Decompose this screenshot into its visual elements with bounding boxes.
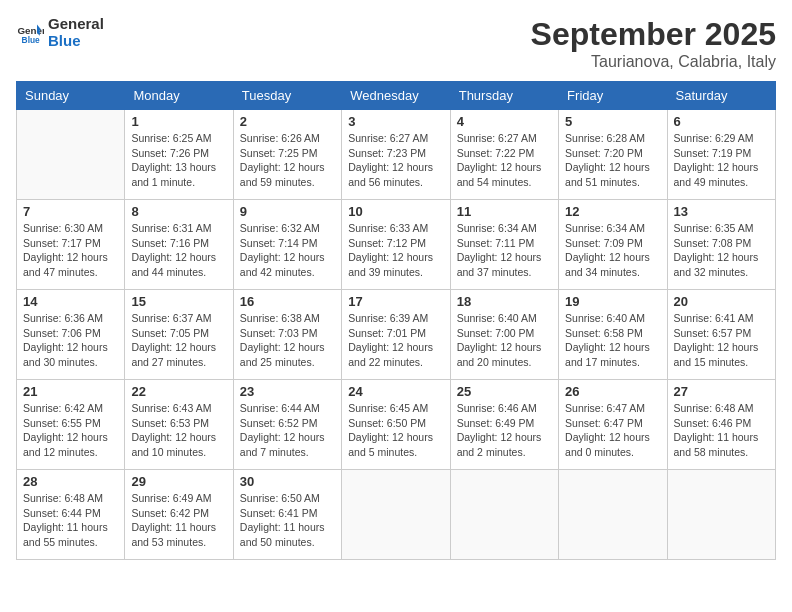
day-info: Sunrise: 6:43 AMSunset: 6:53 PMDaylight:… [131, 401, 226, 460]
day-info: Sunrise: 6:31 AMSunset: 7:16 PMDaylight:… [131, 221, 226, 280]
day-info: Sunrise: 6:36 AMSunset: 7:06 PMDaylight:… [23, 311, 118, 370]
calendar-week-3: 14Sunrise: 6:36 AMSunset: 7:06 PMDayligh… [17, 290, 776, 380]
month-title: September 2025 [531, 16, 776, 53]
day-number: 25 [457, 384, 552, 399]
day-number: 10 [348, 204, 443, 219]
day-info: Sunrise: 6:27 AMSunset: 7:23 PMDaylight:… [348, 131, 443, 190]
day-info: Sunrise: 6:26 AMSunset: 7:25 PMDaylight:… [240, 131, 335, 190]
day-number: 16 [240, 294, 335, 309]
day-number: 26 [565, 384, 660, 399]
calendar-week-4: 21Sunrise: 6:42 AMSunset: 6:55 PMDayligh… [17, 380, 776, 470]
calendar-cell: 13Sunrise: 6:35 AMSunset: 7:08 PMDayligh… [667, 200, 775, 290]
calendar-cell: 25Sunrise: 6:46 AMSunset: 6:49 PMDayligh… [450, 380, 558, 470]
calendar-cell [559, 470, 667, 560]
day-number: 11 [457, 204, 552, 219]
header: General Blue General Blue September 2025… [16, 16, 776, 71]
day-info: Sunrise: 6:48 AMSunset: 6:46 PMDaylight:… [674, 401, 769, 460]
day-info: Sunrise: 6:25 AMSunset: 7:26 PMDaylight:… [131, 131, 226, 190]
calendar-body: 1Sunrise: 6:25 AMSunset: 7:26 PMDaylight… [17, 110, 776, 560]
header-day-thursday: Thursday [450, 82, 558, 110]
calendar-cell: 6Sunrise: 6:29 AMSunset: 7:19 PMDaylight… [667, 110, 775, 200]
day-info: Sunrise: 6:40 AMSunset: 7:00 PMDaylight:… [457, 311, 552, 370]
calendar-cell: 26Sunrise: 6:47 AMSunset: 6:47 PMDayligh… [559, 380, 667, 470]
day-number: 5 [565, 114, 660, 129]
day-info: Sunrise: 6:33 AMSunset: 7:12 PMDaylight:… [348, 221, 443, 280]
day-number: 28 [23, 474, 118, 489]
day-number: 29 [131, 474, 226, 489]
day-number: 20 [674, 294, 769, 309]
day-info: Sunrise: 6:39 AMSunset: 7:01 PMDaylight:… [348, 311, 443, 370]
calendar-cell: 4Sunrise: 6:27 AMSunset: 7:22 PMDaylight… [450, 110, 558, 200]
day-info: Sunrise: 6:30 AMSunset: 7:17 PMDaylight:… [23, 221, 118, 280]
day-info: Sunrise: 6:35 AMSunset: 7:08 PMDaylight:… [674, 221, 769, 280]
calendar-cell [450, 470, 558, 560]
calendar-cell: 28Sunrise: 6:48 AMSunset: 6:44 PMDayligh… [17, 470, 125, 560]
calendar-cell: 5Sunrise: 6:28 AMSunset: 7:20 PMDaylight… [559, 110, 667, 200]
calendar-cell: 8Sunrise: 6:31 AMSunset: 7:16 PMDaylight… [125, 200, 233, 290]
day-number: 15 [131, 294, 226, 309]
logo-icon: General Blue [16, 19, 44, 47]
day-number: 4 [457, 114, 552, 129]
header-day-tuesday: Tuesday [233, 82, 341, 110]
calendar-cell: 15Sunrise: 6:37 AMSunset: 7:05 PMDayligh… [125, 290, 233, 380]
day-number: 17 [348, 294, 443, 309]
day-info: Sunrise: 6:40 AMSunset: 6:58 PMDaylight:… [565, 311, 660, 370]
day-number: 14 [23, 294, 118, 309]
location-subtitle: Taurianova, Calabria, Italy [531, 53, 776, 71]
day-number: 9 [240, 204, 335, 219]
day-info: Sunrise: 6:49 AMSunset: 6:42 PMDaylight:… [131, 491, 226, 550]
calendar-cell: 27Sunrise: 6:48 AMSunset: 6:46 PMDayligh… [667, 380, 775, 470]
day-number: 12 [565, 204, 660, 219]
day-number: 13 [674, 204, 769, 219]
day-info: Sunrise: 6:48 AMSunset: 6:44 PMDaylight:… [23, 491, 118, 550]
day-info: Sunrise: 6:29 AMSunset: 7:19 PMDaylight:… [674, 131, 769, 190]
day-info: Sunrise: 6:41 AMSunset: 6:57 PMDaylight:… [674, 311, 769, 370]
day-number: 1 [131, 114, 226, 129]
calendar-table: SundayMondayTuesdayWednesdayThursdayFrid… [16, 81, 776, 560]
logo-line2: Blue [48, 33, 104, 50]
calendar-header-row: SundayMondayTuesdayWednesdayThursdayFrid… [17, 82, 776, 110]
day-info: Sunrise: 6:34 AMSunset: 7:11 PMDaylight:… [457, 221, 552, 280]
header-day-friday: Friday [559, 82, 667, 110]
day-number: 6 [674, 114, 769, 129]
title-area: September 2025 Taurianova, Calabria, Ita… [531, 16, 776, 71]
calendar-week-2: 7Sunrise: 6:30 AMSunset: 7:17 PMDaylight… [17, 200, 776, 290]
header-day-saturday: Saturday [667, 82, 775, 110]
calendar-cell: 29Sunrise: 6:49 AMSunset: 6:42 PMDayligh… [125, 470, 233, 560]
day-info: Sunrise: 6:46 AMSunset: 6:49 PMDaylight:… [457, 401, 552, 460]
day-number: 30 [240, 474, 335, 489]
day-number: 19 [565, 294, 660, 309]
calendar-cell [667, 470, 775, 560]
calendar-cell: 10Sunrise: 6:33 AMSunset: 7:12 PMDayligh… [342, 200, 450, 290]
calendar-cell: 9Sunrise: 6:32 AMSunset: 7:14 PMDaylight… [233, 200, 341, 290]
day-info: Sunrise: 6:44 AMSunset: 6:52 PMDaylight:… [240, 401, 335, 460]
day-number: 8 [131, 204, 226, 219]
day-info: Sunrise: 6:28 AMSunset: 7:20 PMDaylight:… [565, 131, 660, 190]
day-info: Sunrise: 6:47 AMSunset: 6:47 PMDaylight:… [565, 401, 660, 460]
day-info: Sunrise: 6:42 AMSunset: 6:55 PMDaylight:… [23, 401, 118, 460]
logo-line1: General [48, 16, 104, 33]
calendar-cell: 24Sunrise: 6:45 AMSunset: 6:50 PMDayligh… [342, 380, 450, 470]
calendar-cell: 1Sunrise: 6:25 AMSunset: 7:26 PMDaylight… [125, 110, 233, 200]
day-number: 18 [457, 294, 552, 309]
svg-text:Blue: Blue [22, 34, 40, 44]
calendar-cell: 12Sunrise: 6:34 AMSunset: 7:09 PMDayligh… [559, 200, 667, 290]
day-number: 21 [23, 384, 118, 399]
day-number: 7 [23, 204, 118, 219]
day-info: Sunrise: 6:45 AMSunset: 6:50 PMDaylight:… [348, 401, 443, 460]
calendar-cell: 2Sunrise: 6:26 AMSunset: 7:25 PMDaylight… [233, 110, 341, 200]
calendar-cell: 3Sunrise: 6:27 AMSunset: 7:23 PMDaylight… [342, 110, 450, 200]
calendar-cell: 14Sunrise: 6:36 AMSunset: 7:06 PMDayligh… [17, 290, 125, 380]
day-number: 2 [240, 114, 335, 129]
calendar-cell [17, 110, 125, 200]
calendar-cell: 23Sunrise: 6:44 AMSunset: 6:52 PMDayligh… [233, 380, 341, 470]
day-info: Sunrise: 6:37 AMSunset: 7:05 PMDaylight:… [131, 311, 226, 370]
calendar-cell: 21Sunrise: 6:42 AMSunset: 6:55 PMDayligh… [17, 380, 125, 470]
day-number: 24 [348, 384, 443, 399]
calendar-week-5: 28Sunrise: 6:48 AMSunset: 6:44 PMDayligh… [17, 470, 776, 560]
day-number: 23 [240, 384, 335, 399]
calendar-cell: 7Sunrise: 6:30 AMSunset: 7:17 PMDaylight… [17, 200, 125, 290]
calendar-cell: 11Sunrise: 6:34 AMSunset: 7:11 PMDayligh… [450, 200, 558, 290]
calendar-cell: 16Sunrise: 6:38 AMSunset: 7:03 PMDayligh… [233, 290, 341, 380]
day-number: 27 [674, 384, 769, 399]
